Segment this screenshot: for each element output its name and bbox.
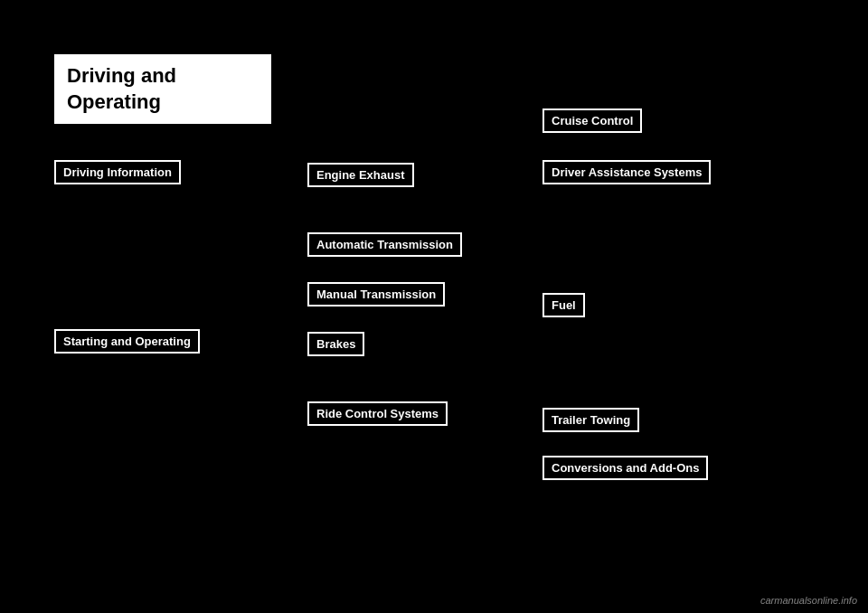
section-title-text: Driving and Operating (67, 64, 176, 113)
automatic-transmission-label[interactable]: Automatic Transmission (307, 232, 462, 257)
driving-information-label[interactable]: Driving Information (54, 160, 181, 184)
watermark: carmanualsonline.info (760, 595, 857, 606)
column-1: Driving and Operating Driving Informatio… (54, 54, 289, 354)
content-area: Driving and Operating Driving Informatio… (54, 54, 814, 541)
section-title[interactable]: Driving and Operating (54, 54, 271, 124)
brakes-label[interactable]: Brakes (307, 332, 364, 356)
starting-and-operating-label[interactable]: Starting and Operating (54, 329, 200, 354)
engine-exhaust-label[interactable]: Engine Exhaust (307, 163, 414, 187)
ride-control-systems-label[interactable]: Ride Control Systems (307, 401, 448, 426)
cruise-control-label[interactable]: Cruise Control (542, 108, 642, 133)
column-2: Engine Exhaust Automatic Transmission Ma… (307, 54, 533, 426)
fuel-label[interactable]: Fuel (542, 293, 585, 317)
manual-transmission-label[interactable]: Manual Transmission (307, 282, 445, 306)
conversions-and-addons-label[interactable]: Conversions and Add-Ons (542, 456, 708, 480)
trailer-towing-label[interactable]: Trailer Towing (542, 408, 639, 432)
page: Driving and Operating Driving Informatio… (0, 0, 868, 613)
driver-assistance-systems-label[interactable]: Driver Assistance Systems (542, 160, 711, 184)
column-3: Cruise Control Driver Assistance Systems… (542, 54, 778, 480)
